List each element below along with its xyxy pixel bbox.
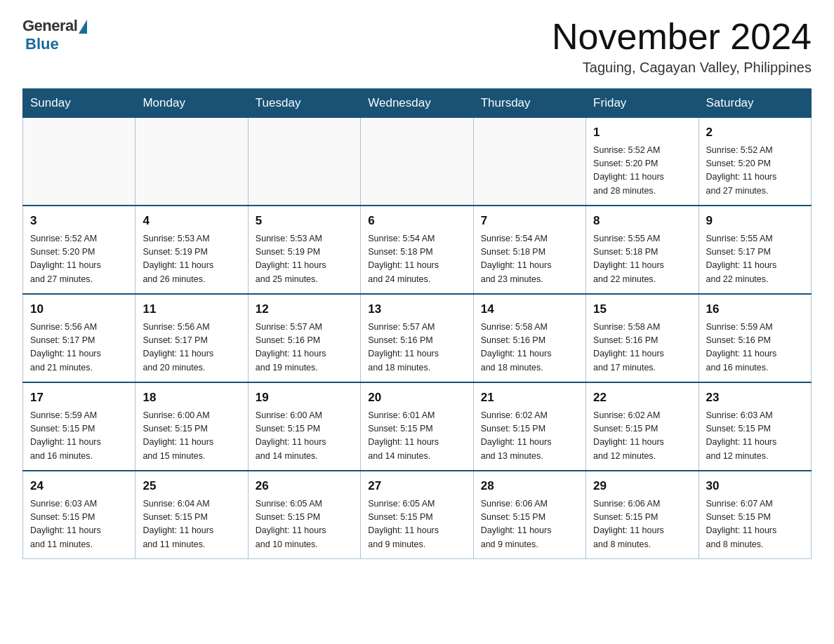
day-number: 20 <box>368 389 465 407</box>
day-number: 11 <box>143 300 240 318</box>
day-number: 1 <box>593 123 691 142</box>
day-info: Sunrise: 6:02 AMSunset: 5:15 PMDaylight:… <box>481 409 578 464</box>
day-number: 15 <box>593 300 691 318</box>
day-number: 7 <box>481 212 578 230</box>
calendar-day-cell <box>473 118 585 206</box>
day-info: Sunrise: 6:01 AMSunset: 5:15 PMDaylight:… <box>368 409 465 464</box>
calendar-day-cell: 28Sunrise: 6:06 AMSunset: 5:15 PMDayligh… <box>473 471 585 559</box>
day-number: 13 <box>368 300 465 318</box>
calendar-day-cell: 3Sunrise: 5:52 AMSunset: 5:20 PMDaylight… <box>23 206 135 294</box>
day-number: 19 <box>256 389 353 407</box>
logo-triangle-icon <box>79 20 87 34</box>
calendar-day-cell: 26Sunrise: 6:05 AMSunset: 5:15 PMDayligh… <box>248 471 360 559</box>
month-title: November 2024 <box>552 17 812 57</box>
weekday-header-sunday: Sunday <box>23 89 135 118</box>
calendar-day-cell: 10Sunrise: 5:56 AMSunset: 5:17 PMDayligh… <box>23 294 135 382</box>
calendar-week-row: 3Sunrise: 5:52 AMSunset: 5:20 PMDaylight… <box>23 206 812 294</box>
day-number: 2 <box>706 123 804 142</box>
calendar-day-cell: 8Sunrise: 5:55 AMSunset: 5:18 PMDaylight… <box>586 206 699 294</box>
day-info: Sunrise: 6:00 AMSunset: 5:15 PMDaylight:… <box>143 409 240 464</box>
calendar-week-row: 24Sunrise: 6:03 AMSunset: 5:15 PMDayligh… <box>23 471 812 559</box>
day-number: 24 <box>30 477 128 495</box>
weekday-header-tuesday: Tuesday <box>248 89 360 118</box>
logo: General Blue <box>22 17 87 53</box>
calendar-day-cell: 29Sunrise: 6:06 AMSunset: 5:15 PMDayligh… <box>586 471 699 559</box>
day-info: Sunrise: 5:54 AMSunset: 5:18 PMDaylight:… <box>481 232 578 287</box>
day-number: 14 <box>481 300 578 318</box>
calendar-day-cell: 7Sunrise: 5:54 AMSunset: 5:18 PMDaylight… <box>473 206 585 294</box>
day-info: Sunrise: 5:52 AMSunset: 5:20 PMDaylight:… <box>30 232 128 287</box>
day-number: 3 <box>30 212 128 230</box>
weekday-header-friday: Friday <box>586 89 699 118</box>
logo-general-text: General <box>22 17 77 35</box>
calendar-day-cell: 9Sunrise: 5:55 AMSunset: 5:17 PMDaylight… <box>699 206 811 294</box>
calendar-week-row: 17Sunrise: 5:59 AMSunset: 5:15 PMDayligh… <box>23 382 812 471</box>
day-info: Sunrise: 5:59 AMSunset: 5:16 PMDaylight:… <box>706 321 804 375</box>
day-number: 5 <box>256 212 353 230</box>
day-number: 30 <box>706 477 804 495</box>
day-info: Sunrise: 6:06 AMSunset: 5:15 PMDaylight:… <box>481 497 578 552</box>
day-number: 23 <box>706 389 804 407</box>
calendar-day-cell: 21Sunrise: 6:02 AMSunset: 5:15 PMDayligh… <box>473 382 585 471</box>
calendar-day-cell: 14Sunrise: 5:58 AMSunset: 5:16 PMDayligh… <box>473 294 585 382</box>
calendar-day-cell: 5Sunrise: 5:53 AMSunset: 5:19 PMDaylight… <box>248 206 360 294</box>
calendar-day-cell: 1Sunrise: 5:52 AMSunset: 5:20 PMDaylight… <box>586 118 699 206</box>
header-right: November 2024 Taguing, Cagayan Valley, P… <box>552 17 812 76</box>
calendar-day-cell: 11Sunrise: 5:56 AMSunset: 5:17 PMDayligh… <box>135 294 248 382</box>
day-number: 9 <box>706 212 804 230</box>
day-info: Sunrise: 6:05 AMSunset: 5:15 PMDaylight:… <box>256 497 353 552</box>
day-number: 10 <box>30 300 128 318</box>
calendar-day-cell <box>23 118 135 206</box>
calendar-week-row: 10Sunrise: 5:56 AMSunset: 5:17 PMDayligh… <box>23 294 812 382</box>
calendar-day-cell: 17Sunrise: 5:59 AMSunset: 5:15 PMDayligh… <box>23 382 135 471</box>
day-info: Sunrise: 6:04 AMSunset: 5:15 PMDaylight:… <box>143 497 240 552</box>
day-number: 22 <box>593 389 691 407</box>
calendar-table: SundayMondayTuesdayWednesdayThursdayFrid… <box>22 88 812 559</box>
weekday-header-thursday: Thursday <box>473 89 585 118</box>
calendar-day-cell: 19Sunrise: 6:00 AMSunset: 5:15 PMDayligh… <box>248 382 360 471</box>
day-info: Sunrise: 6:03 AMSunset: 5:15 PMDaylight:… <box>30 497 128 552</box>
day-info: Sunrise: 6:02 AMSunset: 5:15 PMDaylight:… <box>593 409 691 464</box>
calendar-week-row: 1Sunrise: 5:52 AMSunset: 5:20 PMDaylight… <box>23 118 812 206</box>
day-number: 12 <box>256 300 353 318</box>
calendar-day-cell: 18Sunrise: 6:00 AMSunset: 5:15 PMDayligh… <box>135 382 248 471</box>
day-info: Sunrise: 5:52 AMSunset: 5:20 PMDaylight:… <box>706 144 804 199</box>
weekday-header-row: SundayMondayTuesdayWednesdayThursdayFrid… <box>23 89 812 118</box>
calendar-day-cell: 6Sunrise: 5:54 AMSunset: 5:18 PMDaylight… <box>361 206 473 294</box>
calendar-day-cell: 2Sunrise: 5:52 AMSunset: 5:20 PMDaylight… <box>699 118 811 206</box>
calendar-day-cell: 4Sunrise: 5:53 AMSunset: 5:19 PMDaylight… <box>135 206 248 294</box>
day-number: 4 <box>143 212 240 230</box>
day-number: 6 <box>368 212 465 230</box>
weekday-header-monday: Monday <box>135 89 248 118</box>
day-info: Sunrise: 5:53 AMSunset: 5:19 PMDaylight:… <box>143 232 240 287</box>
day-number: 18 <box>143 389 240 407</box>
day-info: Sunrise: 5:58 AMSunset: 5:16 PMDaylight:… <box>593 321 691 375</box>
calendar-day-cell: 22Sunrise: 6:02 AMSunset: 5:15 PMDayligh… <box>586 382 699 471</box>
calendar-day-cell <box>361 118 473 206</box>
calendar-day-cell: 13Sunrise: 5:57 AMSunset: 5:16 PMDayligh… <box>361 294 473 382</box>
weekday-header-saturday: Saturday <box>699 89 811 118</box>
calendar-day-cell: 23Sunrise: 6:03 AMSunset: 5:15 PMDayligh… <box>699 382 811 471</box>
calendar-day-cell: 27Sunrise: 6:05 AMSunset: 5:15 PMDayligh… <box>361 471 473 559</box>
calendar-day-cell <box>135 118 248 206</box>
day-info: Sunrise: 5:53 AMSunset: 5:19 PMDaylight:… <box>256 232 353 287</box>
day-info: Sunrise: 6:05 AMSunset: 5:15 PMDaylight:… <box>368 497 465 552</box>
calendar-day-cell <box>248 118 360 206</box>
day-number: 28 <box>481 477 578 495</box>
day-number: 16 <box>706 300 804 318</box>
day-number: 25 <box>143 477 240 495</box>
calendar-day-cell: 15Sunrise: 5:58 AMSunset: 5:16 PMDayligh… <box>586 294 699 382</box>
calendar-day-cell: 20Sunrise: 6:01 AMSunset: 5:15 PMDayligh… <box>361 382 473 471</box>
location-text: Taguing, Cagayan Valley, Philippines <box>552 60 812 76</box>
calendar-day-cell: 24Sunrise: 6:03 AMSunset: 5:15 PMDayligh… <box>23 471 135 559</box>
logo-blue-text: Blue <box>25 35 59 53</box>
day-info: Sunrise: 5:57 AMSunset: 5:16 PMDaylight:… <box>368 321 465 375</box>
calendar-day-cell: 25Sunrise: 6:04 AMSunset: 5:15 PMDayligh… <box>135 471 248 559</box>
day-info: Sunrise: 6:03 AMSunset: 5:15 PMDaylight:… <box>706 409 804 464</box>
day-info: Sunrise: 5:56 AMSunset: 5:17 PMDaylight:… <box>30 321 128 375</box>
day-number: 26 <box>256 477 353 495</box>
day-info: Sunrise: 5:57 AMSunset: 5:16 PMDaylight:… <box>256 321 353 375</box>
day-info: Sunrise: 5:55 AMSunset: 5:18 PMDaylight:… <box>593 232 691 287</box>
day-info: Sunrise: 6:00 AMSunset: 5:15 PMDaylight:… <box>256 409 353 464</box>
day-number: 27 <box>368 477 465 495</box>
